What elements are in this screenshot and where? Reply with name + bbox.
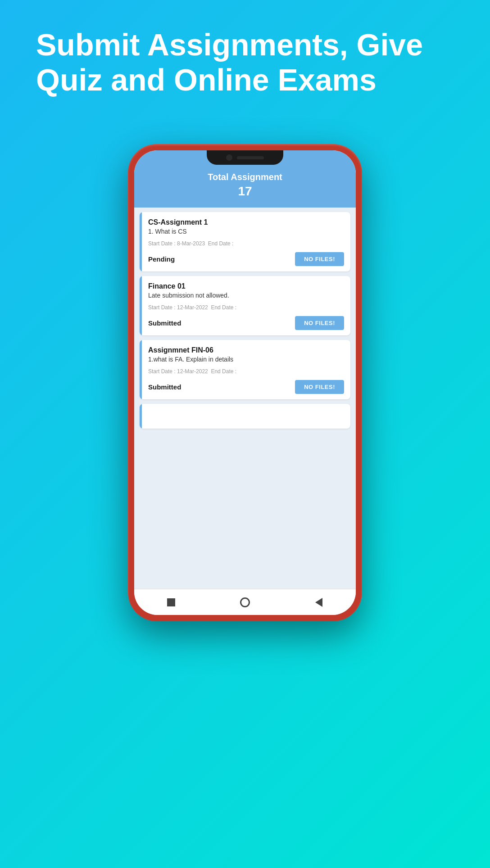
back-button[interactable] <box>312 595 326 610</box>
phone-frame: Total Assignment 17 CS-Assignment 1 1. W… <box>128 144 362 621</box>
assignment-title: CS-Assignment 1 <box>148 218 344 226</box>
end-date: End Date : <box>211 304 236 311</box>
bottom-navigation <box>134 589 356 615</box>
status-badge: Submitted <box>148 319 181 327</box>
assignment-subtitle: 1.what is FA. Explain in details <box>148 356 344 363</box>
home-icon <box>240 597 250 607</box>
phone-notch <box>207 150 283 165</box>
status-badge: Submitted <box>148 383 181 391</box>
end-date: End Date : <box>211 368 236 375</box>
assignment-dates: Start Date : 8-Mar-2023 End Date : <box>148 240 344 247</box>
no-files-button[interactable]: NO FILES! <box>295 380 344 394</box>
status-badge: Pending <box>148 255 175 263</box>
card-content: Finance 01 Late submission not allowed. … <box>142 276 350 335</box>
card-content: Assignmnet FIN-06 1.what is FA. Explain … <box>142 340 350 399</box>
card-accent-bar <box>140 404 142 429</box>
assignments-list: CS-Assignment 1 1. What is CS Start Date… <box>134 208 356 589</box>
start-date: Start Date : 12-Mar-2022 <box>148 304 208 311</box>
assignment-card: Finance 01 Late submission not allowed. … <box>140 276 350 335</box>
card-footer: Submitted NO FILES! <box>148 380 344 394</box>
assignment-title: Finance 01 <box>148 282 344 290</box>
assignment-title: Assignmnet FIN-06 <box>148 346 344 354</box>
card-footer: Pending NO FILES! <box>148 252 344 266</box>
partial-assignment-card <box>140 404 350 429</box>
no-files-button[interactable]: NO FILES! <box>295 316 344 330</box>
start-date: Start Date : 8-Mar-2023 <box>148 240 205 247</box>
total-assignment-count: 17 <box>143 184 347 199</box>
no-files-button[interactable]: NO FILES! <box>295 252 344 266</box>
end-date: End Date : <box>208 240 234 247</box>
assignment-dates: Start Date : 12-Mar-2022 End Date : <box>148 368 344 375</box>
phone-container: Total Assignment 17 CS-Assignment 1 1. W… <box>128 144 362 621</box>
start-date: Start Date : 12-Mar-2022 <box>148 368 208 375</box>
page-title: Submit Assignments, Give Quiz and Online… <box>36 27 454 97</box>
phone-screen: Total Assignment 17 CS-Assignment 1 1. W… <box>134 150 356 615</box>
stop-button[interactable] <box>164 595 178 610</box>
card-footer: Submitted NO FILES! <box>148 316 344 330</box>
home-button[interactable] <box>238 595 252 610</box>
camera-icon <box>226 154 232 161</box>
assignment-card: Assignmnet FIN-06 1.what is FA. Explain … <box>140 340 350 399</box>
assignment-dates: Start Date : 12-Mar-2022 End Date : <box>148 304 344 311</box>
assignment-card: CS-Assignment 1 1. What is CS Start Date… <box>140 212 350 271</box>
app-screen: Total Assignment 17 CS-Assignment 1 1. W… <box>134 150 356 615</box>
card-content: CS-Assignment 1 1. What is CS Start Date… <box>142 212 350 271</box>
page-header: Submit Assignments, Give Quiz and Online… <box>0 0 490 115</box>
total-assignment-label: Total Assignment <box>143 172 347 182</box>
assignment-subtitle: Late submission not allowed. <box>148 292 344 299</box>
assignment-subtitle: 1. What is CS <box>148 228 344 235</box>
speaker-icon <box>237 156 264 159</box>
back-icon <box>315 598 322 607</box>
stop-icon <box>167 598 175 606</box>
